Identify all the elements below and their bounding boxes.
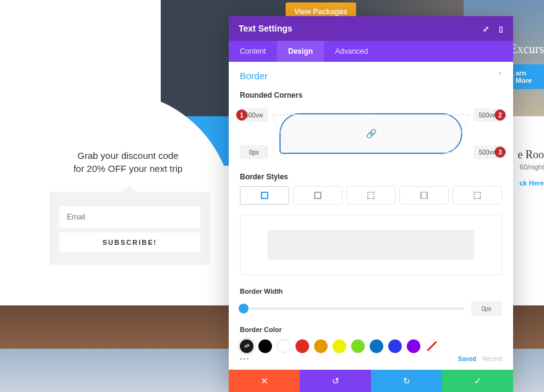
more-colors-icon[interactable]: ••• [240, 356, 250, 362]
panel-title: Text Settings [239, 23, 292, 33]
callout-badge-1: 1 [236, 109, 247, 121]
swatch-red[interactable] [295, 339, 309, 353]
subscribe-button[interactable]: SUBSCRIBE! [59, 232, 200, 252]
border-style-top[interactable] [293, 186, 342, 205]
slider-knob[interactable] [239, 304, 249, 313]
square-dot-icon2 [474, 192, 481, 199]
color-picker-swatch[interactable] [240, 339, 253, 353]
rounded-corners-control: 1 2 3 500vw 500vw 0px 500vw 🔗 [240, 108, 502, 159]
cancel-button[interactable]: ✕ [229, 370, 300, 392]
corner-preview-shape: 🔗 [279, 113, 462, 154]
discount-line2: for 20% OFF your next trip [74, 163, 183, 174]
border-preview-box [240, 215, 502, 275]
learn-more-button[interactable]: arn More [513, 64, 544, 89]
chevron-up-icon: ˄ [498, 72, 502, 80]
room-title: e Roo [518, 148, 545, 161]
settings-panel: Text Settings ⤢ ▯ Content Design Advance… [229, 16, 513, 392]
tab-advanced[interactable]: Advanced [324, 41, 379, 62]
section-title: Border [240, 70, 268, 81]
border-style-all[interactable] [240, 186, 289, 205]
border-styles-label: Border Styles [229, 168, 513, 186]
swatch-none[interactable] [425, 339, 439, 353]
border-preview-inner [268, 230, 474, 260]
discount-line1: Grab your discount code [77, 150, 178, 161]
discount-heading: Grab your discount code for 20% OFF your… [51, 150, 205, 175]
border-color-label: Border Color [229, 322, 513, 337]
panel-body: Border ˄ Rounded Corners 1 2 3 500vw 500… [229, 62, 513, 370]
swatch-purple[interactable] [407, 339, 420, 353]
panel-header: Text Settings ⤢ ▯ Content Design Advance… [229, 16, 513, 62]
square-dot-icon [367, 192, 375, 199]
callout-badge-3: 3 [495, 147, 506, 158]
square-mix-icon [420, 192, 428, 199]
border-styles-row [229, 186, 513, 211]
save-button[interactable]: ✓ [442, 370, 513, 392]
redo-button[interactable]: ↻ [371, 370, 442, 392]
room-price: 60/night [520, 163, 544, 171]
swatch-green[interactable] [351, 339, 365, 353]
tab-design[interactable]: Design [277, 41, 324, 62]
color-meta-row: ••• Saved Recent [229, 354, 513, 367]
swatch-black[interactable] [258, 339, 272, 353]
border-width-row: 0px [229, 299, 513, 322]
callout-badge-2: 2 [495, 109, 506, 121]
swatch-yellow[interactable] [333, 339, 346, 353]
link-values-icon[interactable]: 🔗 [366, 129, 376, 138]
swatch-white[interactable] [277, 339, 291, 353]
swatch-teal[interactable] [370, 339, 383, 353]
expand-icon[interactable]: ⤢ [483, 25, 489, 33]
email-field[interactable] [59, 207, 200, 228]
square-solid-icon [261, 192, 268, 199]
border-width-label: Border Width [229, 284, 513, 299]
section-header-border[interactable]: Border ˄ [229, 62, 513, 86]
excursion-title: Excurs [509, 42, 544, 56]
border-style-left[interactable] [453, 186, 502, 205]
color-swatches-row [229, 337, 513, 354]
border-width-value[interactable]: 0px [471, 301, 502, 316]
border-style-bottom[interactable] [399, 186, 449, 205]
saved-colors-tab[interactable]: Saved [458, 356, 476, 362]
border-style-right[interactable] [346, 186, 396, 205]
panel-footer: ✕ ↺ ↻ ✓ [229, 370, 513, 392]
border-width-slider[interactable] [240, 307, 464, 310]
undo-button[interactable]: ↺ [300, 370, 371, 392]
signup-form: SUBSCRIBE! [49, 192, 210, 265]
click-here-link[interactable]: ck Here [519, 179, 544, 187]
rounded-corners-label: Rounded Corners [229, 86, 513, 104]
swatch-orange[interactable] [314, 339, 328, 353]
panel-tabs: Content Design Advanced [229, 41, 513, 62]
layout-icon[interactable]: ▯ [499, 25, 503, 33]
square-dash-icon [314, 192, 321, 199]
recent-colors-tab[interactable]: Recent [482, 356, 502, 362]
corner-bottom-left-input[interactable]: 0px [240, 145, 268, 159]
tab-content[interactable]: Content [229, 41, 277, 62]
swatch-blue[interactable] [388, 339, 402, 353]
